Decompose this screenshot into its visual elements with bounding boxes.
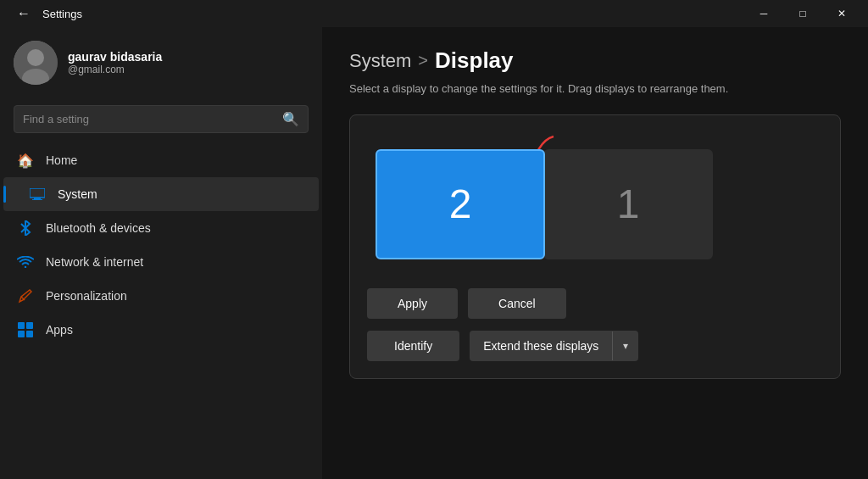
app-title: Settings: [42, 8, 82, 20]
sidebar-item-apps-label: Apps: [46, 323, 73, 337]
svg-rect-6: [18, 322, 25, 329]
sidebar-item-personalization[interactable]: Personalization: [3, 279, 319, 313]
titlebar-left: ← Settings: [14, 3, 82, 24]
svg-rect-7: [26, 322, 33, 329]
profile-section: gaurav bidasaria @gmail.com: [0, 27, 322, 98]
svg-rect-9: [26, 331, 33, 337]
cancel-button[interactable]: Cancel: [468, 288, 566, 319]
maximize-button[interactable]: □: [783, 0, 822, 27]
nav-items: 🏠 Home System Bluetooth & devices: [0, 143, 322, 479]
sidebar-item-home[interactable]: 🏠 Home: [3, 143, 319, 177]
avatar: [14, 41, 58, 85]
close-button[interactable]: ✕: [822, 0, 861, 27]
bluetooth-icon: [17, 220, 34, 237]
sidebar-item-apps[interactable]: Apps: [3, 313, 319, 347]
bottom-row: Identify Extend these displays ▾: [367, 331, 823, 361]
minimize-button[interactable]: ─: [744, 0, 783, 27]
back-icon: ←: [17, 6, 31, 21]
search-icon: 🔍: [282, 111, 299, 127]
search-container: 🔍: [0, 98, 322, 143]
sidebar-item-home-label: Home: [46, 153, 77, 167]
breadcrumb-system: System: [349, 50, 411, 72]
personalization-icon: [17, 287, 34, 304]
sidebar-item-network-label: Network & internet: [46, 255, 143, 269]
breadcrumb-display: Display: [435, 47, 514, 74]
minimize-icon: ─: [760, 8, 768, 19]
sidebar-item-system[interactable]: System: [3, 177, 319, 211]
system-icon: [29, 186, 46, 203]
profile-name: gaurav bidasaria: [68, 50, 162, 64]
maximize-icon: □: [799, 8, 805, 19]
sidebar: gaurav bidasaria @gmail.com 🔍 🏠 Home: [0, 27, 322, 479]
apply-button[interactable]: Apply: [367, 288, 458, 319]
monitors-container: 2 1: [367, 132, 823, 268]
apps-icon: [17, 321, 34, 338]
page-description: Select a display to change the settings …: [349, 81, 841, 97]
apply-cancel-row: Apply Cancel: [367, 288, 823, 319]
sidebar-item-system-label: System: [58, 187, 97, 201]
svg-rect-8: [18, 331, 25, 337]
sidebar-item-network[interactable]: Network & internet: [3, 245, 319, 279]
main-layout: gaurav bidasaria @gmail.com 🔍 🏠 Home: [0, 27, 868, 479]
breadcrumb: System > Display: [349, 47, 841, 74]
sidebar-item-bluetooth[interactable]: Bluetooth & devices: [3, 211, 319, 245]
window-controls: ─ □ ✕: [744, 0, 861, 27]
profile-email: @gmail.com: [68, 64, 162, 75]
back-button[interactable]: ←: [14, 3, 34, 24]
extend-displays-dropdown[interactable]: Extend these displays ▾: [470, 331, 638, 361]
active-indicator: [3, 186, 6, 203]
sidebar-item-bluetooth-label: Bluetooth & devices: [46, 221, 151, 235]
home-icon: 🏠: [17, 152, 34, 169]
svg-rect-5: [32, 199, 42, 200]
svg-rect-3: [30, 188, 45, 198]
svg-rect-4: [34, 198, 41, 199]
content-area: System > Display Select a display to cha…: [322, 27, 868, 479]
wifi-icon: [17, 253, 34, 270]
close-icon: ✕: [837, 8, 846, 19]
sidebar-item-personalization-label: Personalization: [46, 289, 127, 303]
monitor-2[interactable]: 2: [376, 149, 545, 259]
svg-point-1: [27, 49, 44, 66]
monitor-1-label: 1: [617, 181, 640, 227]
chevron-down-icon: ▾: [612, 331, 638, 360]
search-input[interactable]: [23, 113, 275, 125]
monitor-2-label: 2: [449, 181, 472, 227]
extend-displays-label: Extend these displays: [470, 331, 612, 361]
identify-button[interactable]: Identify: [367, 331, 459, 361]
titlebar: ← Settings ─ □ ✕: [0, 0, 868, 27]
display-area: 2 1 Apply Cancel Identify Extend these d…: [349, 114, 841, 379]
profile-info: gaurav bidasaria @gmail.com: [68, 50, 162, 75]
avatar-image: [14, 41, 58, 85]
search-box[interactable]: 🔍: [14, 105, 309, 133]
breadcrumb-separator: >: [418, 51, 428, 70]
